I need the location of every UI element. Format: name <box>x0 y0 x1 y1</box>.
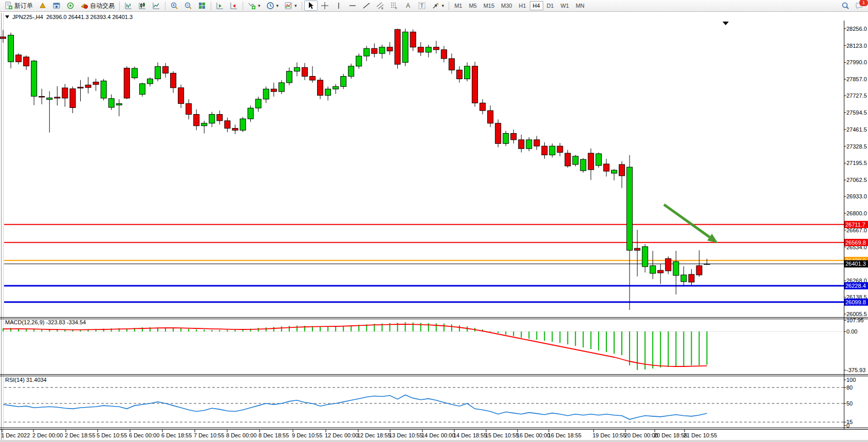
candle-body <box>511 134 516 140</box>
chart-shift-button[interactable] <box>227 1 241 11</box>
indicators-button[interactable]: ▾ <box>245 1 263 11</box>
candle-body <box>364 48 370 56</box>
bar-chart-button[interactable] <box>122 1 135 11</box>
notifications-button[interactable]: 1 <box>853 1 866 11</box>
rsi-axis-label: 100 <box>846 377 856 383</box>
timeframe-h4-button[interactable]: H4 <box>530 1 543 10</box>
dropdown-caret: ▾ <box>294 3 297 8</box>
horizontal-line-button[interactable] <box>346 1 359 11</box>
timeframe-m1-button[interactable]: M1 <box>451 1 465 10</box>
candle-body <box>472 66 478 103</box>
toolbar-separator <box>165 2 165 10</box>
candle-body <box>596 154 601 165</box>
price-tick-label: 27461.5 <box>846 126 867 133</box>
candle-body <box>155 66 161 79</box>
candle-body <box>542 146 547 155</box>
timeframe-d1-button[interactable]: D1 <box>544 1 557 10</box>
candle-body <box>163 66 169 73</box>
candle-body <box>16 55 22 62</box>
candle-body <box>441 50 447 59</box>
time-axis-label: 14 Dec 18:55 <box>453 432 487 438</box>
candle-body <box>650 266 656 273</box>
search-button[interactable] <box>839 1 852 11</box>
price-tick-label: 27062.5 <box>846 177 867 183</box>
timeframe-m5-button[interactable]: M5 <box>466 1 479 10</box>
toolbar-separator <box>211 2 211 10</box>
candle-body <box>549 146 555 155</box>
chart-shift-marker[interactable] <box>723 22 729 25</box>
time-axis-label: 5 Dec 10:55 <box>97 432 127 438</box>
time-axis-label: 16 Dec 18:55 <box>548 432 581 438</box>
candle-body <box>611 170 617 173</box>
candlestick-chart-button[interactable] <box>136 1 149 11</box>
tile-windows-button[interactable] <box>195 1 209 11</box>
fibonacci-button[interactable]: F <box>387 1 401 11</box>
zoom-out-icon <box>184 2 192 10</box>
auto-trading-button[interactable]: 自动交易 <box>78 1 117 11</box>
timeframe-h1-button[interactable]: H1 <box>516 1 529 10</box>
rsi-line <box>3 395 707 419</box>
chart-ohlc-values: 26396.0 26441.3 26393.4 26401.3 <box>46 14 133 20</box>
timeframe-w1-button[interactable]: W1 <box>558 1 572 10</box>
time-axis-label: 16 Dec 00:00 <box>516 432 550 438</box>
candle-body <box>62 88 68 98</box>
rsi-value: 31.4034 <box>26 377 47 383</box>
time-axis-label: 8 Dec 00:00 <box>226 432 256 438</box>
candle-body <box>24 57 29 66</box>
text-button[interactable]: A <box>401 1 415 11</box>
search-icon <box>841 2 849 10</box>
svg-text:E: E <box>381 7 383 10</box>
auto-scroll-button[interactable] <box>213 1 227 11</box>
time-axis-label: 15 Dec 10:55 <box>485 432 519 438</box>
candle-body <box>93 82 99 85</box>
zoom-out-button[interactable] <box>181 1 195 11</box>
new-order-icon <box>5 2 13 10</box>
candle-body <box>31 61 37 97</box>
timeframe-mn-button[interactable]: MN <box>572 1 587 10</box>
candle-body <box>194 115 199 126</box>
time-axis-label: 2 Dec 00:00 <box>32 432 63 438</box>
macd-signal-line <box>3 324 707 366</box>
timeframe-m30-button[interactable]: M30 <box>498 1 515 10</box>
new-order-button[interactable]: 新订单 <box>2 1 35 11</box>
arrows-button[interactable]: ▾ <box>429 1 447 11</box>
text-label-button[interactable]: T <box>415 1 429 11</box>
candle-body <box>124 68 130 98</box>
candle-body <box>341 77 346 87</box>
navigator-button[interactable] <box>64 1 77 11</box>
line-chart-button[interactable] <box>150 1 163 11</box>
candle-body <box>465 66 470 79</box>
candle-body <box>503 134 509 144</box>
trend-arrow[interactable] <box>664 205 710 237</box>
rsi-label: RSI(14) 31.4034 <box>5 377 47 383</box>
svg-text:A: A <box>406 2 410 9</box>
equidistant-channel-button[interactable]: E <box>374 1 387 11</box>
candle-body <box>488 110 493 123</box>
cursor-button[interactable] <box>304 1 318 11</box>
data-window-button[interactable] <box>50 1 63 11</box>
chart-canvas[interactable]: 28256.028123.027990.027857.027727.527594… <box>0 0 868 442</box>
candle-body <box>147 79 153 83</box>
macd-axis-label: 107.95 <box>846 317 864 323</box>
zoom-in-button[interactable] <box>168 1 181 11</box>
templates-button[interactable]: ▾ <box>282 1 300 11</box>
window-bottom-edge <box>0 440 868 442</box>
tile-windows-icon <box>198 2 206 10</box>
price-tick-label: 26005.5 <box>846 311 867 317</box>
toolbar-separator <box>302 2 302 10</box>
timeframe-m15-button[interactable]: M15 <box>481 1 497 10</box>
periods-button[interactable]: ▾ <box>264 1 282 11</box>
chart-title-bar[interactable]: JPN225-,H4 26396.0 26441.3 26393.4 26401… <box>5 14 133 20</box>
macd-label: MACD(12,26,9) -323.83 -334.54 <box>5 319 86 325</box>
time-axis-label: 1 Dec 2022 <box>1 432 30 438</box>
vertical-line-button[interactable] <box>332 1 345 11</box>
candle-body <box>132 68 137 78</box>
time-axis-label: 12 Dec 00:00 <box>325 432 358 438</box>
time-axis-label: 12 Dec 18:55 <box>357 432 391 438</box>
trendline-button[interactable] <box>360 1 373 11</box>
market-watch-button[interactable] <box>36 1 49 11</box>
price-badge-label: 26711.7 <box>845 222 865 228</box>
price-badge-label: 26099.8 <box>845 299 866 305</box>
price-tick-label: 27328.5 <box>846 143 867 150</box>
crosshair-button[interactable] <box>318 1 331 11</box>
